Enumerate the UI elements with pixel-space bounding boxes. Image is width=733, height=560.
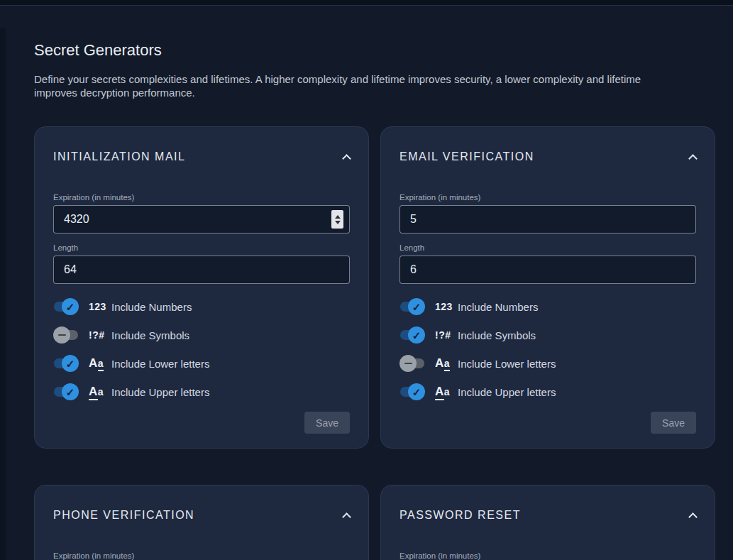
include-symbols-toggle[interactable]: ✓ [53,325,79,345]
chevron-up-icon[interactable] [342,512,351,522]
uppercase-letters-icon: Aa [435,385,458,399]
include-upper-toggle[interactable]: ✓ [53,382,79,402]
toggle-label: Include Upper letters [111,386,209,398]
toggle-list: ✓ 123 Include Numbers ✓ [399,297,696,402]
toggle-row-lower: ✓ Aa Include Lower letters [53,353,350,373]
toggle-list: ✓ 123 Include Numbers ✓ [53,297,350,402]
toggle-thumb: ✓ [62,355,79,372]
card-title: PHONE VERIFICATION [53,509,194,522]
toggle-label: Include Numbers [111,301,192,313]
save-button[interactable]: Save [304,412,350,434]
toggle-thumb: ✓ [53,326,70,344]
length-label: Length [399,243,696,252]
check-icon: ✓ [412,330,421,341]
toggle-thumb: ✓ [408,298,425,315]
lowercase-letters-icon: Aa [435,356,458,370]
check-icon: ✓ [66,302,75,312]
include-lower-toggle[interactable]: ✓ [53,353,79,373]
length-input[interactable] [53,256,350,284]
card-phone-verification: PHONE VERIFICATION Expiration (in minute… [34,485,369,560]
expiration-label: Expiration (in minutes) [53,193,350,202]
spinner-up-icon[interactable] [335,215,341,219]
expiration-label: Expiration (in minutes) [53,551,350,560]
left-frame-edge [0,28,6,560]
card-title: PASSWORD RESET [399,509,521,522]
card-header: EMAIL VERIFICATION [399,150,696,163]
toggle-row-numbers: ✓ 123 Include Numbers [399,297,696,317]
include-symbols-toggle[interactable]: ✓ [399,325,425,345]
toggle-thumb: ✓ [408,326,425,344]
page-title: Secret Generators [34,41,715,60]
toggle-row-numbers: ✓ 123 Include Numbers [53,297,350,317]
length-input-wrap [53,256,350,284]
include-lower-toggle[interactable]: ✓ [399,353,425,373]
toggle-label: Include Numbers [458,301,538,313]
toggle-row-upper: ✓ Aa Include Upper letters [53,382,350,402]
toggle-thumb: ✓ [62,383,79,400]
card-password-reset: PASSWORD RESET Expiration (in minutes) [380,485,715,560]
include-upper-toggle[interactable]: ✓ [399,382,425,402]
minus-icon [404,363,412,365]
generator-cards-grid: INITIALIZATION MAIL Expiration (in minut… [34,126,715,560]
toggle-thumb: ✓ [399,355,417,372]
length-input-wrap [399,256,696,284]
card-title: EMAIL VERIFICATION [399,150,534,163]
chevron-up-icon[interactable] [342,154,351,163]
length-input[interactable] [399,256,696,284]
numbers-icon: 123 [435,301,458,312]
symbols-icon: !?# [435,329,458,341]
toggle-label: Include Lower letters [111,358,209,370]
card-initialization-mail: INITIALIZATION MAIL Expiration (in minut… [34,126,369,449]
check-icon: ✓ [66,358,75,369]
include-numbers-toggle[interactable]: ✓ [53,297,79,317]
toggle-row-symbols: ✓ !?# Include Symbols [53,325,350,345]
minus-icon [58,334,66,336]
toggle-thumb: ✓ [62,298,79,315]
card-header: PHONE VERIFICATION [53,509,350,522]
numbers-icon: 123 [89,301,111,312]
save-button[interactable]: Save [651,412,696,434]
chevron-up-icon[interactable] [688,154,698,163]
card-header: PASSWORD RESET [399,509,696,522]
toggle-label: Include Lower letters [458,358,556,370]
toggle-row-upper: ✓ Aa Include Upper letters [399,382,696,402]
secret-generators-page: Secret Generators Define your secrets co… [0,6,733,560]
expiration-input[interactable] [399,205,696,234]
number-spinner[interactable] [331,210,343,229]
toggle-label: Include Symbols [111,329,189,341]
toggle-row-symbols: ✓ !?# Include Symbols [399,325,696,345]
card-title: INITIALIZATION MAIL [53,150,185,163]
symbols-icon: !?# [89,329,111,341]
check-icon: ✓ [412,387,421,397]
toggle-thumb: ✓ [408,383,425,400]
toggle-row-lower: ✓ Aa Include Lower letters [399,353,696,373]
check-icon: ✓ [66,387,75,397]
expiration-input-wrap [53,205,350,234]
expiration-input[interactable] [53,205,350,234]
chevron-up-icon[interactable] [688,512,698,522]
card-header: INITIALIZATION MAIL [53,150,350,163]
check-icon: ✓ [412,302,421,312]
toggle-label: Include Upper letters [458,386,556,398]
top-toolbar [0,0,733,6]
expiration-input-wrap [399,205,696,234]
spinner-down-icon[interactable] [335,221,341,224]
length-label: Length [53,243,350,252]
page-description: Define your secrets complexities and lif… [34,72,683,99]
card-email-verification: EMAIL VERIFICATION Expiration (in minute… [380,126,715,449]
expiration-label: Expiration (in minutes) [399,193,696,202]
uppercase-letters-icon: Aa [89,385,111,399]
lowercase-letters-icon: Aa [89,356,111,370]
expiration-label: Expiration (in minutes) [399,551,696,560]
toggle-label: Include Symbols [458,329,536,341]
include-numbers-toggle[interactable]: ✓ [399,297,425,317]
